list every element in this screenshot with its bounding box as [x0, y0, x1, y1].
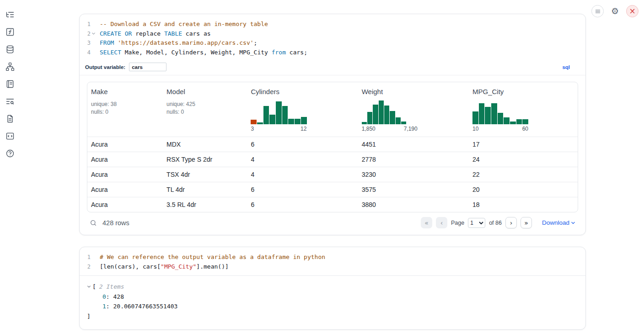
dependency-graph-icon[interactable]	[5, 61, 16, 72]
hist-bar[interactable]	[288, 119, 294, 124]
table-row[interactable]: AcuraTL 4dr6357520	[87, 182, 578, 197]
hist-bar[interactable]	[251, 120, 257, 124]
table-row[interactable]: AcuraRSX Type S 2dr4277824	[87, 152, 578, 167]
histogram-mpg_city[interactable]: 1060	[472, 100, 528, 132]
search-icon[interactable]	[90, 219, 97, 227]
table-cell: 20	[469, 182, 578, 197]
table-row[interactable]: AcuraMDX6445117	[87, 137, 578, 152]
hist-bar[interactable]	[479, 103, 485, 124]
code-line[interactable]: 3FROM 'https://datasets.marimo.app/cars.…	[83, 38, 580, 48]
hist-bar[interactable]	[510, 122, 516, 124]
output-variable-input[interactable]	[129, 63, 166, 71]
table-cell: MDX	[163, 137, 247, 152]
menu-icon[interactable]	[591, 5, 604, 17]
documentation-icon[interactable]	[5, 113, 16, 124]
hist-bar[interactable]	[390, 111, 395, 124]
settings-gear-icon[interactable]: ⚙	[609, 5, 621, 17]
table-cell: Acura	[87, 182, 163, 197]
code-line[interactable]: 2[len(cars), cars["MPG_City"].mean()]	[83, 262, 580, 272]
table-cell: 4	[247, 152, 358, 167]
code-text[interactable]: -- Download a CSV and create an in-memor…	[100, 20, 268, 29]
hist-bar[interactable]	[516, 119, 522, 124]
data-table: Makeunique: 38nulls: 0Modelunique: 425nu…	[87, 82, 578, 212]
hist-max-label: 7,190	[404, 126, 418, 132]
download-button[interactable]: Download	[542, 219, 575, 226]
table-cell: 18	[469, 197, 578, 212]
table-cell: 6	[247, 182, 358, 197]
datasources-icon[interactable]	[5, 44, 16, 55]
line-number: 3	[83, 39, 91, 48]
hist-bar[interactable]	[367, 112, 372, 124]
cell-python: 1# We can reference the output variable …	[79, 247, 586, 330]
hist-bar[interactable]	[498, 113, 504, 124]
code-text[interactable]: SELECT Make, Model, Cylinders, Weight, M…	[100, 48, 307, 57]
histogram-cylinders[interactable]: 312	[251, 100, 306, 132]
next-page-button[interactable]: ›	[505, 217, 517, 228]
hist-bar[interactable]	[522, 119, 528, 124]
page-label: Page	[451, 220, 464, 226]
notebook: 1-- Download a CSV and create an in-memo…	[79, 14, 586, 330]
output-variable-row: Output variable: sql	[80, 61, 585, 75]
page-select[interactable]: 1	[468, 218, 485, 228]
code-text[interactable]: [len(cars), cars["MPG_City"].mean()]	[100, 262, 229, 271]
hist-bar[interactable]	[257, 122, 263, 124]
column-header-cylinders[interactable]: Cylinders312	[247, 82, 358, 137]
table-row[interactable]: AcuraTSX 4dr4323022	[87, 167, 578, 182]
hist-bar[interactable]	[379, 100, 384, 124]
last-page-button[interactable]: »	[521, 217, 532, 228]
table-cell: 4	[247, 167, 358, 182]
code-line[interactable]: 4SELECT Make, Model, Cylinders, Weight, …	[83, 48, 580, 58]
fold-chevron-icon[interactable]	[91, 32, 97, 36]
table-cell: 3880	[358, 197, 469, 212]
hist-bar[interactable]	[362, 122, 367, 124]
hist-bar[interactable]	[276, 101, 282, 124]
hist-bar[interactable]	[401, 122, 406, 124]
code-text[interactable]: FROM 'https://datasets.marimo.app/cars.c…	[100, 38, 257, 48]
hist-bar[interactable]	[282, 106, 288, 124]
hist-bar[interactable]	[269, 115, 275, 124]
column-header-make[interactable]: Makeunique: 38nulls: 0	[87, 82, 163, 137]
table-cell: 6	[247, 197, 358, 212]
table-cell: RSX Type S 2dr	[163, 152, 247, 167]
hist-bar[interactable]	[295, 119, 301, 124]
column-stats: unique: 38nulls: 0	[91, 100, 159, 116]
first-page-button[interactable]: «	[421, 217, 432, 228]
code-line[interactable]: 2CREATE OR replace TABLE cars as	[83, 29, 580, 39]
table-cell: Acura	[87, 167, 163, 182]
of-label: of 86	[489, 220, 502, 226]
list-item: 1: 20.060747663551403	[87, 301, 578, 312]
prev-page-button[interactable]: ‹	[436, 217, 447, 228]
hist-bar[interactable]	[263, 106, 269, 124]
line-number: 1	[83, 20, 91, 29]
column-header-model[interactable]: Modelunique: 425nulls: 0	[163, 82, 247, 137]
code-text[interactable]: CREATE OR replace TABLE cars as	[100, 29, 211, 38]
hist-bar[interactable]	[472, 111, 478, 124]
table-row[interactable]: Acura3.5 RL 4dr6388018	[87, 197, 578, 212]
hist-bar[interactable]	[396, 117, 401, 124]
close-icon[interactable]: ×	[626, 5, 639, 17]
histogram-weight[interactable]: 1,8507,190	[362, 100, 418, 132]
collapse-chevron-icon[interactable]	[87, 285, 91, 289]
code-text[interactable]: # We can reference the output variable a…	[100, 253, 325, 262]
functions-icon[interactable]	[5, 26, 16, 37]
python-code-editor[interactable]: 1# We can reference the output variable …	[80, 247, 585, 275]
scratchpad-icon[interactable]	[5, 79, 16, 90]
code-line[interactable]: 1# We can reference the output variable …	[83, 253, 580, 262]
hist-bar[interactable]	[491, 103, 497, 124]
logs-search-icon[interactable]	[5, 96, 16, 107]
table-cell: 3230	[358, 167, 469, 182]
hist-bar[interactable]	[504, 117, 510, 124]
sql-code-editor[interactable]: 1-- Download a CSV and create an in-memo…	[80, 14, 585, 61]
hist-bar[interactable]	[301, 117, 307, 124]
column-label: MPG_City	[472, 88, 574, 95]
hist-bar[interactable]	[373, 105, 378, 124]
file-tree-icon[interactable]	[5, 9, 16, 20]
help-icon[interactable]	[5, 148, 16, 159]
table-cell: TSX 4dr	[163, 167, 247, 182]
hist-bar[interactable]	[384, 106, 389, 124]
code-line[interactable]: 1-- Download a CSV and create an in-memo…	[83, 20, 580, 29]
hist-bar[interactable]	[485, 107, 491, 124]
snippets-icon[interactable]	[5, 131, 16, 142]
column-header-mpg_city[interactable]: MPG_City1060	[469, 82, 578, 137]
column-header-weight[interactable]: Weight1,8507,190	[358, 82, 469, 137]
